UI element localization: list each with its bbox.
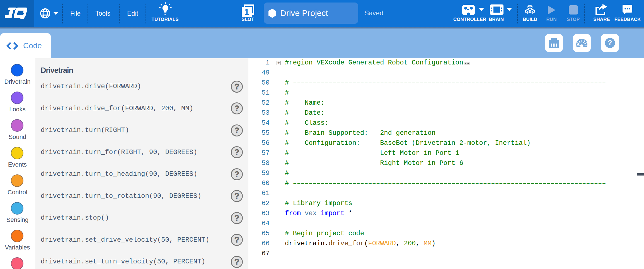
svg-text:1: 1 bbox=[244, 7, 249, 17]
svg-text:?: ? bbox=[608, 39, 612, 47]
